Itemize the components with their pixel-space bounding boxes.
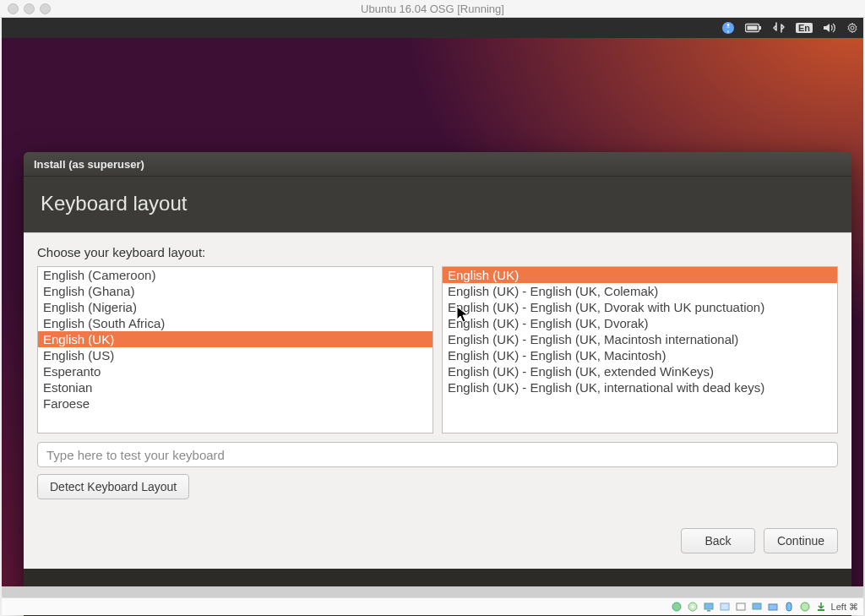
variant-option[interactable]: English (UK) - English (UK, internationa… xyxy=(443,379,837,395)
svg-rect-14 xyxy=(769,604,777,610)
network-icon[interactable] xyxy=(772,22,786,34)
language-indicator[interactable]: En xyxy=(796,23,813,33)
host-window-titlebar: Ubuntu 16.04 OSG [Running] xyxy=(0,0,865,18)
back-button[interactable]: Back xyxy=(681,528,755,553)
vm-viewport: En Install (as superuser) Keyboard layou… xyxy=(2,18,863,597)
variant-option[interactable]: English (UK) - English (UK, Dvorak with … xyxy=(443,299,837,315)
virtualbox-statusbar: Left ⌘ xyxy=(2,597,863,615)
variant-option[interactable]: English (UK) - English (UK, Macintosh in… xyxy=(443,331,837,347)
vb-optical-icon[interactable] xyxy=(687,601,699,613)
vb-shared-folder-icon[interactable] xyxy=(767,601,779,613)
svg-point-8 xyxy=(691,606,694,608)
layout-option[interactable]: English (US) xyxy=(38,347,432,363)
layout-option[interactable]: English (Nigeria) xyxy=(38,299,432,315)
host-scrollbar[interactable] xyxy=(2,586,863,597)
layout-list-right[interactable]: English (UK)English (UK) - English (UK, … xyxy=(442,266,838,433)
installer-window-title: Install (as superuser) xyxy=(34,158,144,171)
svg-rect-17 xyxy=(818,609,824,611)
svg-rect-15 xyxy=(786,602,792,611)
volume-icon[interactable] xyxy=(823,22,836,34)
vb-host-key-label: Left ⌘ xyxy=(831,602,858,613)
battery-icon[interactable] xyxy=(745,23,762,33)
installer-window: Install (as superuser) Keyboard layout C… xyxy=(24,152,851,616)
svg-rect-10 xyxy=(707,610,710,612)
layout-option[interactable]: English (Cameroon) xyxy=(38,267,432,283)
layout-option[interactable]: English (Ghana) xyxy=(38,283,432,299)
variant-option[interactable]: English (UK) - English (UK, Colemak) xyxy=(443,283,837,299)
vb-audio-icon[interactable] xyxy=(719,601,731,613)
keyboard-test-input[interactable] xyxy=(37,442,838,467)
vb-keyboard-capture-icon[interactable] xyxy=(815,601,827,613)
svg-point-16 xyxy=(801,602,809,611)
layout-option[interactable]: Faroese xyxy=(38,395,432,412)
vb-network-icon[interactable] xyxy=(735,601,747,613)
continue-button[interactable]: Continue xyxy=(764,528,838,553)
svg-rect-12 xyxy=(737,603,745,610)
vb-hdd-icon[interactable] xyxy=(671,601,683,613)
ubuntu-top-panel: En xyxy=(2,18,863,38)
accessibility-icon[interactable] xyxy=(721,21,735,35)
detect-keyboard-button[interactable]: Detect Keyboard Layout xyxy=(37,474,189,499)
vb-display-icon[interactable] xyxy=(703,601,715,613)
layout-option[interactable]: English (UK) xyxy=(38,331,432,347)
layout-list-left[interactable]: English (Cameroon)English (Ghana)English… xyxy=(37,266,433,433)
system-menu-icon[interactable] xyxy=(846,22,858,34)
layout-option[interactable]: Estonian xyxy=(38,379,432,395)
svg-rect-4 xyxy=(759,26,761,30)
variant-option[interactable]: English (UK) xyxy=(443,267,837,283)
svg-rect-9 xyxy=(705,603,713,609)
variant-option[interactable]: English (UK) - English (UK, extended Win… xyxy=(443,363,837,379)
variant-option[interactable]: English (UK) - English (UK, Macintosh) xyxy=(443,347,837,363)
keyboard-prompt: Choose your keyboard layout: xyxy=(37,245,838,259)
layout-option[interactable]: Esperanto xyxy=(38,363,432,379)
vb-usb-icon[interactable] xyxy=(751,601,763,613)
variant-option[interactable]: English (UK) - English (UK, Dvorak) xyxy=(443,315,837,331)
svg-rect-3 xyxy=(747,26,757,30)
svg-point-5 xyxy=(851,26,854,30)
installer-titlebar[interactable]: Install (as superuser) xyxy=(24,152,851,177)
svg-point-6 xyxy=(672,602,681,611)
svg-rect-13 xyxy=(753,603,761,609)
installer-heading: Keyboard layout xyxy=(24,177,851,232)
vb-mouse-integration-icon[interactable] xyxy=(799,601,811,613)
svg-point-1 xyxy=(727,24,730,26)
svg-rect-11 xyxy=(721,603,729,610)
vb-recording-icon[interactable] xyxy=(783,601,795,613)
host-window-title: Ubuntu 16.04 OSG [Running] xyxy=(0,3,865,15)
layout-option[interactable]: English (South Africa) xyxy=(38,315,432,331)
installer-body: Choose your keyboard layout: English (Ca… xyxy=(24,232,851,569)
